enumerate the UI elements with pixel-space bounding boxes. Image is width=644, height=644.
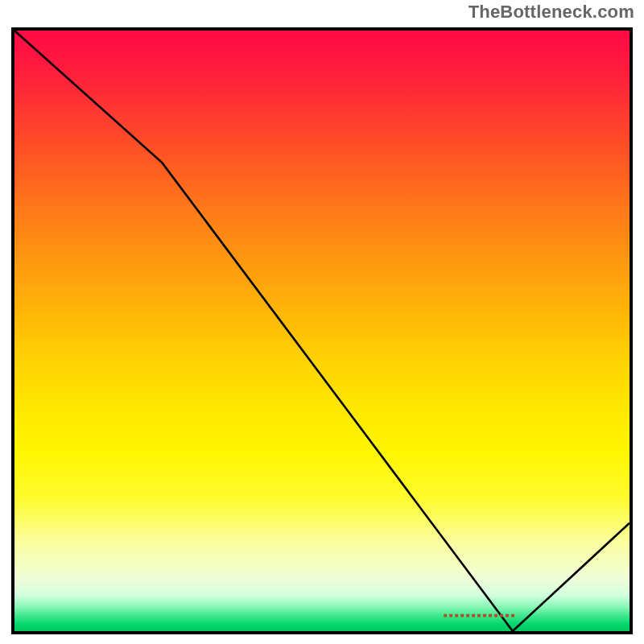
attribution-label: TheBottleneck.com bbox=[469, 2, 634, 23]
line-plot-svg bbox=[14, 31, 630, 631]
plot-area: ▪▪▪▪▪▪▪▪▪▪▪▪▪ bbox=[11, 27, 633, 634]
bottleneck-curve-path bbox=[14, 31, 630, 631]
chart-container: TheBottleneck.com ▪▪▪▪▪▪▪▪▪▪▪▪▪ bbox=[0, 0, 644, 644]
minimum-marker-label: ▪▪▪▪▪▪▪▪▪▪▪▪▪ bbox=[444, 609, 517, 621]
